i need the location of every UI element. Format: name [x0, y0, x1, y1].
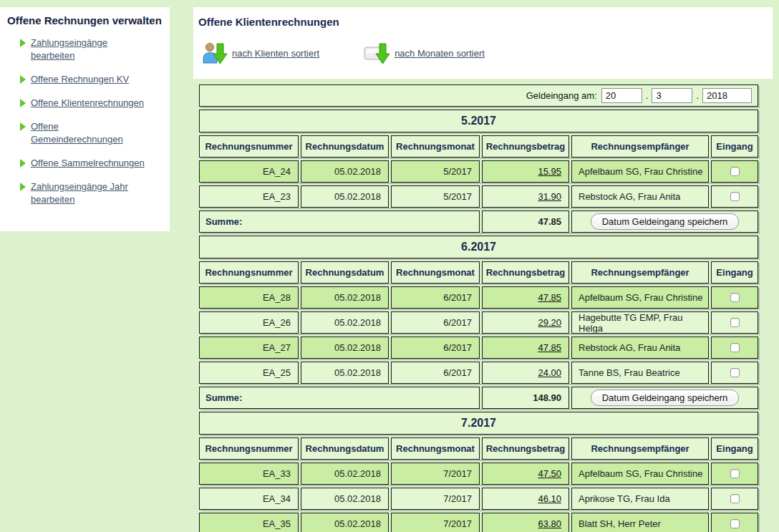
- eingang-checkbox[interactable]: [730, 293, 740, 302]
- cell-rechnungsnummer: EA_27: [199, 337, 299, 359]
- cell-eingang: [711, 488, 758, 510]
- sidebar-item-link[interactable]: Offene Klientenrechnungen: [31, 97, 144, 110]
- amount-link[interactable]: 15.95: [538, 166, 561, 177]
- arrow-right-icon: [20, 159, 26, 168]
- amount-link[interactable]: 46.10: [538, 493, 561, 504]
- cell-rechnungsempfaenger: Rebstock AG, Frau Anita: [571, 337, 709, 359]
- sort-by-months-link[interactable]: nach Monaten sortiert: [395, 48, 485, 59]
- date-day-input[interactable]: [601, 88, 642, 103]
- cell-rechnungsnummer: EA_25: [199, 362, 299, 384]
- cell-rechnungsnummer: EA_33: [199, 463, 299, 485]
- amount-link[interactable]: 47.85: [538, 292, 561, 303]
- save-date-button[interactable]: Datum Geldeingang speichern: [591, 213, 740, 230]
- cell-rechnungsdatum: 05.02.2018: [301, 185, 389, 208]
- cell-rechnungsbetrag: 47.85: [482, 286, 569, 309]
- column-header-rechnungsnummer: Rechnungsnummer: [199, 261, 299, 284]
- month-header: 6.2017: [199, 236, 758, 258]
- summe-button-cell: Datum Geldeingang speichern: [571, 211, 758, 233]
- date-month-input[interactable]: [652, 88, 692, 103]
- invoice-table-area: Geldeingang am: . . 5.2017 Rechnungsnumm…: [199, 84, 758, 532]
- cell-rechnungsdatum: 05.02.2018: [301, 463, 389, 485]
- sidebar-item-link[interactable]: Offene Sammelrechnungen: [31, 157, 145, 170]
- eingang-checkbox[interactable]: [730, 167, 740, 176]
- cell-rechnungsdatum: 05.02.2018: [301, 513, 389, 532]
- sort-by-clients-link[interactable]: nach Klienten sortiert: [232, 48, 319, 59]
- month-section: 5.2017 Rechnungsnummer Rechnungsdatum Re…: [199, 110, 758, 233]
- page-title: Offene Klientenrechnungen: [198, 16, 773, 28]
- cell-rechnungsbetrag: 47.85: [482, 337, 569, 359]
- cell-rechnungsempfaenger: Hagebutte TG EMP, Frau Helga: [571, 311, 709, 334]
- column-header-rechnungsbetrag: Rechnungsbetrag: [482, 261, 569, 284]
- page-layout: Offene Rechnungen verwalten Zahlungseing…: [0, 0, 779, 532]
- amount-link[interactable]: 29.20: [538, 317, 561, 328]
- cell-rechnungsdatum: 05.02.2018: [301, 362, 389, 384]
- sidebar-item: Zahlungseingänge Jahr bearbeiten: [20, 180, 163, 206]
- eingang-checkbox[interactable]: [730, 519, 740, 528]
- cell-rechnungsmonat: 7/2017: [391, 463, 480, 485]
- column-header-rechnungsdatum: Rechnungsdatum: [301, 437, 389, 460]
- cell-eingang: [711, 185, 758, 208]
- cell-rechnungsnummer: EA_34: [199, 488, 299, 510]
- cell-rechnungsbetrag: 24.00: [482, 362, 569, 384]
- date-entry-bar: Geldeingang am: . .: [199, 84, 758, 107]
- eingang-checkbox[interactable]: [730, 343, 740, 352]
- amount-link[interactable]: 47.85: [538, 342, 561, 353]
- sort-row: nach Klienten sortiert nach Monaten sort…: [201, 41, 773, 66]
- sidebar-nav: Zahlungseingänge bearbeiten Offene Rechn…: [7, 37, 163, 206]
- cell-rechnungsnummer: EA_26: [199, 311, 299, 334]
- amount-link[interactable]: 63.80: [538, 518, 561, 529]
- month-header: 5.2017: [199, 110, 758, 132]
- column-header-row: Rechnungsnummer Rechnungsdatum Rechnungs…: [199, 135, 758, 158]
- column-header-row: Rechnungsnummer Rechnungsdatum Rechnungs…: [199, 437, 758, 460]
- arrow-right-icon: [20, 183, 26, 191]
- column-header-rechnungsmonat: Rechnungsmonat: [391, 135, 480, 158]
- month-header-row: 7.2017: [199, 412, 758, 435]
- month-sort-icon: [364, 41, 390, 66]
- arrow-right-icon: [20, 122, 26, 131]
- eingang-checkbox[interactable]: [730, 469, 740, 478]
- user-sort-icon: [201, 41, 228, 66]
- invoice-row: EA_34 05.02.2018 7/2017 46.10 Aprikose T…: [199, 488, 758, 510]
- date-entry-label: Geldeingang am:: [526, 90, 597, 101]
- main-panel: Offene Klientenrechnungen nach Klienten …: [193, 7, 773, 79]
- invoice-row: EA_24 05.02.2018 5/2017 15.95 Apfelbaum …: [199, 160, 758, 183]
- eingang-checkbox[interactable]: [730, 494, 740, 503]
- sidebar-item-link[interactable]: Zahlungseingänge bearbeiten: [31, 37, 107, 62]
- cell-rechnungsbetrag: 31.90: [482, 185, 569, 208]
- cell-rechnungsdatum: 05.02.2018: [301, 160, 389, 183]
- amount-link[interactable]: 31.90: [538, 191, 561, 202]
- cell-rechnungsempfaenger: Blatt SH, Herr Peter: [571, 513, 709, 532]
- eingang-checkbox[interactable]: [730, 368, 740, 377]
- cell-eingang: [711, 311, 758, 334]
- sidebar-item-link[interactable]: Offene Gemeinderechnungen: [31, 120, 123, 146]
- cell-eingang: [711, 513, 758, 532]
- invoice-row: EA_35 05.02.2018 7/2017 63.80 Blatt SH, …: [199, 513, 758, 532]
- month-header-row: 5.2017: [199, 110, 758, 132]
- invoice-row: EA_28 05.02.2018 6/2017 47.85 Apfelbaum …: [199, 286, 758, 309]
- cell-rechnungsnummer: EA_28: [199, 286, 299, 309]
- arrow-right-icon: [20, 75, 26, 84]
- summe-value: 47.85: [482, 211, 569, 233]
- column-header-eingang: Eingang: [711, 437, 758, 460]
- column-header-rechnungsdatum: Rechnungsdatum: [301, 261, 389, 284]
- date-year-input[interactable]: [702, 88, 752, 103]
- sidebar-item: Offene Klientenrechnungen: [20, 97, 163, 110]
- sidebar-item: Zahlungseingänge bearbeiten: [20, 37, 163, 62]
- cell-rechnungsbetrag: 47.50: [482, 463, 569, 485]
- eingang-checkbox[interactable]: [730, 192, 740, 201]
- cell-rechnungsdatum: 05.02.2018: [301, 286, 389, 309]
- amount-link[interactable]: 24.00: [538, 367, 561, 378]
- column-header-rechnungsmonat: Rechnungsmonat: [391, 261, 480, 284]
- date-separator: .: [696, 90, 699, 101]
- main-column: Offene Klientenrechnungen nach Klienten …: [193, 7, 773, 532]
- sidebar-item: Offene Gemeinderechnungen: [20, 120, 163, 146]
- sidebar-item-link[interactable]: Zahlungseingänge Jahr bearbeiten: [31, 180, 128, 206]
- sort-by-months: nach Monaten sortiert: [364, 41, 485, 66]
- sidebar-item-link[interactable]: Offene Rechnungen KV: [31, 73, 129, 86]
- save-date-button[interactable]: Datum Geldeingang speichern: [591, 390, 740, 406]
- amount-link[interactable]: 47.50: [538, 468, 561, 479]
- cell-eingang: [711, 160, 758, 183]
- summe-button-cell: Datum Geldeingang speichern: [571, 387, 758, 409]
- eingang-checkbox[interactable]: [730, 318, 740, 327]
- month-section: 6.2017 Rechnungsnummer Rechnungsdatum Re…: [199, 236, 758, 409]
